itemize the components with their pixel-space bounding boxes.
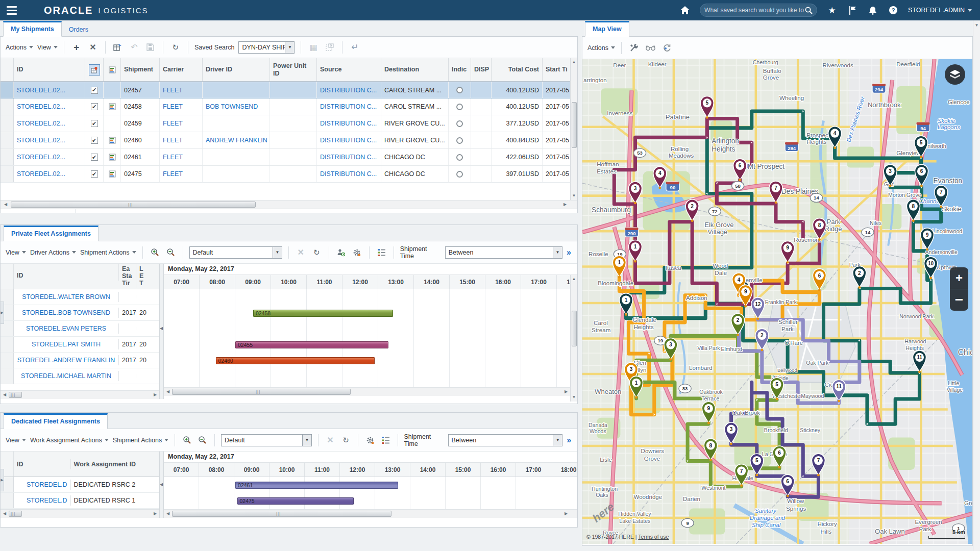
- map-actions-menu[interactable]: Actions: [587, 44, 615, 52]
- resource-id-link[interactable]: STOREDEL.D: [27, 481, 67, 488]
- map-layers-button[interactable]: [945, 64, 965, 85]
- pf-shipment-actions-menu[interactable]: Shipment Actions: [80, 249, 136, 256]
- pf-shipment-time-select[interactable]: Between▼: [445, 246, 562, 259]
- df-overflow-chevrons[interactable]: »: [567, 436, 572, 445]
- shipment-row-02461[interactable]: STOREDEL.02...✔02461FLEETDISTRIBUTION C.…: [1, 149, 570, 166]
- resource-id-link[interactable]: STOREDEL.ANDREW FRANKLIN: [17, 357, 115, 364]
- col-id[interactable]: ID: [14, 58, 85, 81]
- resource-id-link[interactable]: STOREDEL.MICHAEL MARTIN: [21, 372, 111, 380]
- row-handle[interactable]: [1, 98, 14, 115]
- indicator-radio[interactable]: [449, 82, 471, 98]
- gantt-indicator-icon[interactable]: [104, 166, 121, 182]
- df-legend-icon[interactable]: [380, 434, 391, 446]
- df-settings-gear-icon[interactable]: [364, 434, 376, 446]
- pf-collapse-handle[interactable]: ▶: [1, 302, 4, 324]
- map-checkbox[interactable]: ✔: [91, 154, 98, 161]
- indicator-radio[interactable]: [449, 98, 471, 115]
- resource-id-link[interactable]: STOREDEL.WALTER BROWN: [22, 293, 110, 300]
- row-handle[interactable]: [1, 132, 14, 148]
- shipments-vertical-scrollbar[interactable]: ▲ ▼: [570, 58, 577, 200]
- add-icon[interactable]: +: [70, 41, 83, 54]
- col-total-cost[interactable]: Total Cost: [492, 58, 543, 81]
- df-clear-icon[interactable]: ✕: [325, 434, 336, 446]
- shipment-row-02457[interactable]: STOREDEL.02...✔02457FLEETDISTRIBUTION C.…: [1, 82, 570, 98]
- grid-gantt-splitter[interactable]: ◀: [160, 264, 164, 399]
- map-zoom-in-button[interactable]: +: [950, 267, 968, 289]
- pf-view-menu[interactable]: View: [6, 249, 26, 256]
- shipment-row-02459[interactable]: STOREDEL.02...✔02459FLEETDISTRIBUTION C.…: [1, 115, 570, 132]
- map-checkbox[interactable]: ✔: [91, 170, 98, 178]
- driver-availability-icon[interactable]: [335, 246, 347, 259]
- fleet-row[interactable]: STOREDEL.DDEDICATED RSRC 1: [1, 493, 159, 509]
- indicator-radio[interactable]: [449, 166, 471, 182]
- tab-my-shipments[interactable]: My Shipments: [3, 21, 62, 37]
- pf-driver-actions-menu[interactable]: Driver Actions: [30, 249, 76, 256]
- tab-map-view[interactable]: Map View: [585, 21, 629, 37]
- col-destination[interactable]: Destination: [381, 58, 449, 81]
- save-icon[interactable]: [144, 41, 157, 54]
- source-link[interactable]: DISTRIBUTION C...: [320, 170, 377, 178]
- map-tools-icon[interactable]: [628, 42, 640, 54]
- page-vertical-scrollbar[interactable]: ▼: [973, 20, 980, 551]
- pf-clear-icon[interactable]: ✕: [295, 246, 307, 259]
- shipment-row-02458[interactable]: STOREDEL.02...✔02458FLEETBOB TOWNSENDDIS…: [1, 98, 570, 115]
- detach-icon[interactable]: [324, 41, 336, 54]
- pf-gantt-hscrollbar[interactable]: ◀ ||| ▶: [164, 387, 577, 396]
- tab-dedicated-fleet[interactable]: Dedicated Fleet Assignments: [4, 413, 108, 429]
- resource-id-link[interactable]: STOREDEL.BOB TOWNSEND: [22, 309, 110, 316]
- row-handle[interactable]: [1, 149, 14, 165]
- carrier-link[interactable]: FLEET: [163, 120, 183, 127]
- df-grid-hscrollbar[interactable]: ◀ ||| ▶: [1, 509, 159, 518]
- shipment-row-02460[interactable]: STOREDEL.02...✔02460FLEETANDREW FRANKLIN…: [1, 132, 570, 149]
- source-link[interactable]: DISTRIBUTION C...: [320, 103, 377, 110]
- row-handle[interactable]: [1, 115, 14, 132]
- df-view-menu[interactable]: View: [6, 437, 26, 444]
- saved-search-input[interactable]: [704, 7, 805, 14]
- driver-link[interactable]: BOB TOWNSEND: [206, 103, 258, 110]
- carrier-link[interactable]: FLEET: [163, 103, 183, 110]
- resource-id-link[interactable]: STOREDEL.D: [27, 497, 67, 504]
- col-carrier[interactable]: Carrier: [160, 58, 203, 81]
- tab-orders[interactable]: Orders: [62, 23, 95, 37]
- favorites-star-icon[interactable]: ★: [826, 5, 838, 16]
- pf-col-late[interactable]: L E T: [136, 264, 146, 288]
- carrier-link[interactable]: FLEET: [163, 137, 183, 144]
- saved-search-box[interactable]: [700, 4, 817, 17]
- source-link[interactable]: DISTRIBUTION C...: [320, 154, 377, 161]
- legend-icon[interactable]: [376, 246, 387, 259]
- fleet-row[interactable]: STOREDEL.ANDREW FRANKLIN2017-05-222017-0…: [1, 353, 159, 368]
- hamburger-menu-icon[interactable]: [0, 0, 23, 20]
- shipment-id-link[interactable]: STOREDEL.02...: [17, 170, 65, 178]
- df-collapse-handle[interactable]: ▶: [1, 469, 4, 491]
- df-col-wa[interactable]: Work Assignment ID: [71, 459, 159, 469]
- shipment-id-link[interactable]: STOREDEL.02...: [17, 103, 65, 110]
- map-checkbox[interactable]: ✔: [91, 137, 98, 144]
- df-shipment-actions-menu[interactable]: Shipment Actions: [113, 437, 169, 444]
- assign-icon[interactable]: [112, 41, 124, 54]
- fleet-row[interactable]: STOREDEL.BOB TOWNSEND2017-05-222017-05-2…: [1, 305, 159, 321]
- zoom-in-icon[interactable]: [149, 246, 161, 259]
- saved-search-select[interactable]: DYN-DAY SHIF ▼: [238, 41, 295, 54]
- delete-icon[interactable]: ✕: [87, 41, 99, 54]
- source-link[interactable]: DISTRIBUTION C...: [320, 120, 377, 127]
- indicator-radio[interactable]: [449, 132, 471, 148]
- gantt-bar-02458[interactable]: 02458: [253, 310, 393, 317]
- df-col-id[interactable]: ID: [14, 459, 71, 469]
- pf-overflow-chevrons[interactable]: »: [567, 248, 572, 257]
- flag-icon[interactable]: [847, 5, 858, 16]
- df-zoom-out-icon[interactable]: [197, 434, 208, 446]
- carrier-link[interactable]: FLEET: [163, 170, 183, 178]
- gantt-indicator-icon[interactable]: [104, 98, 121, 115]
- df-work-assignment-actions-menu[interactable]: Work Assignment Actions: [30, 437, 109, 444]
- col-gantt[interactable]: [104, 58, 121, 81]
- shipment-id-link[interactable]: STOREDEL.02...: [17, 87, 65, 94]
- df-preset-select[interactable]: Default▼: [221, 434, 312, 446]
- fleet-row[interactable]: STOREDEL.PAT SMITH2017-05-222017-05-22: [1, 337, 159, 353]
- pf-vertical-scrollbar[interactable]: ▲ ▼: [570, 275, 577, 402]
- source-link[interactable]: DISTRIBUTION C...: [320, 137, 377, 144]
- gantt-bar-02455[interactable]: 02455: [235, 341, 388, 348]
- freeze-columns-icon[interactable]: ▦: [307, 41, 320, 54]
- shipments-horizontal-scrollbar[interactable]: ◀ ||| ▶: [1, 200, 577, 209]
- notifications-bell-icon[interactable]: [867, 5, 878, 16]
- pf-grid-hscrollbar[interactable]: ◀ ||| ▶: [1, 390, 159, 399]
